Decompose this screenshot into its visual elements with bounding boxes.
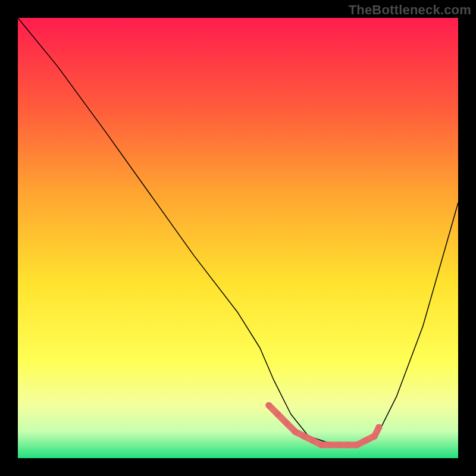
watermark-text: TheBottleneck.com: [349, 2, 471, 18]
highlight-marker: [353, 441, 360, 448]
chart-svg: [18, 18, 458, 458]
gradient-background: [18, 18, 458, 458]
highlight-marker: [301, 433, 308, 440]
highlight-marker: [375, 424, 382, 431]
highlight-marker: [362, 437, 369, 444]
highlight-marker: [283, 419, 290, 426]
highlight-marker: [336, 441, 343, 448]
highlight-marker: [265, 402, 272, 409]
chart-frame: TheBottleneck.com: [0, 0, 476, 476]
highlight-marker: [327, 441, 334, 448]
highlight-marker: [345, 441, 352, 448]
highlight-marker: [274, 411, 281, 418]
highlight-marker: [371, 433, 378, 440]
highlight-marker: [318, 441, 325, 448]
highlight-marker: [309, 437, 316, 444]
highlight-marker: [292, 428, 299, 435]
plot-area: [18, 18, 458, 458]
